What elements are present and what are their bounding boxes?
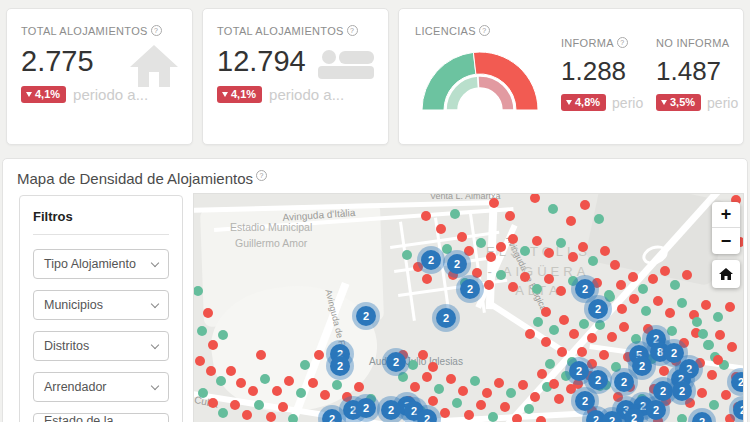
marker-cluster[interactable]: 2 bbox=[731, 372, 744, 392]
marker-red[interactable] bbox=[508, 234, 518, 244]
filter-dropdown[interactable]: Municipios bbox=[33, 290, 169, 320]
marker-red[interactable] bbox=[464, 410, 474, 420]
marker-red[interactable] bbox=[520, 272, 530, 282]
help-icon[interactable]: ? bbox=[256, 170, 267, 181]
marker-green[interactable] bbox=[677, 298, 687, 308]
marker-red[interactable] bbox=[715, 330, 725, 340]
marker-red[interactable] bbox=[701, 300, 711, 310]
marker-red[interactable] bbox=[458, 386, 468, 396]
marker-red[interactable] bbox=[464, 246, 474, 256]
marker-green[interactable] bbox=[470, 376, 480, 386]
marker-green[interactable] bbox=[709, 400, 719, 410]
marker-green[interactable] bbox=[288, 414, 298, 422]
marker-green[interactable] bbox=[532, 284, 542, 294]
marker-green[interactable] bbox=[402, 250, 412, 260]
marker-red[interactable] bbox=[721, 390, 731, 400]
marker-cluster[interactable]: 2 bbox=[421, 250, 441, 270]
marker-green[interactable] bbox=[533, 317, 543, 327]
marker-red[interactable] bbox=[484, 280, 494, 290]
marker-red[interactable] bbox=[568, 252, 578, 262]
marker-red[interactable] bbox=[418, 350, 428, 360]
zoom-in-button[interactable]: + bbox=[712, 202, 740, 228]
marker-red[interactable] bbox=[619, 322, 629, 332]
marker-red[interactable] bbox=[541, 337, 551, 347]
marker-red[interactable] bbox=[428, 362, 438, 372]
marker-red[interactable] bbox=[682, 270, 692, 280]
home-button[interactable] bbox=[712, 260, 740, 288]
marker-red[interactable] bbox=[230, 400, 240, 410]
marker-red[interactable] bbox=[660, 266, 670, 276]
marker-green[interactable] bbox=[556, 238, 566, 248]
marker-red[interactable] bbox=[436, 224, 446, 234]
marker-red[interactable] bbox=[208, 398, 218, 408]
marker-red[interactable] bbox=[482, 388, 492, 398]
marker-red[interactable] bbox=[554, 394, 564, 404]
marker-red[interactable] bbox=[272, 386, 282, 396]
marker-green[interactable] bbox=[450, 209, 460, 219]
density-map[interactable]: + − Venta L. AlmartxaAvinguda d'ItàliaAv… bbox=[193, 193, 744, 422]
marker-green[interactable] bbox=[218, 330, 228, 340]
marker-red[interactable] bbox=[489, 198, 499, 208]
marker-cluster[interactable]: 2 bbox=[330, 356, 350, 376]
marker-cluster[interactable]: 2 bbox=[569, 361, 589, 381]
marker-cluster[interactable]: 2 bbox=[575, 391, 595, 411]
marker-red[interactable] bbox=[314, 350, 324, 360]
marker-cluster[interactable]: 2 bbox=[664, 343, 684, 363]
marker-red[interactable] bbox=[440, 408, 450, 418]
marker-cluster[interactable]: 2 bbox=[632, 356, 652, 376]
marker-green[interactable] bbox=[638, 284, 648, 294]
zoom-out-button[interactable]: − bbox=[712, 228, 740, 254]
marker-red[interactable] bbox=[617, 304, 627, 314]
marker-red[interactable] bbox=[486, 252, 496, 262]
marker-cluster[interactable]: 2 bbox=[381, 400, 401, 420]
filter-dropdown[interactable]: Estado de la Licencia bbox=[33, 413, 169, 422]
marker-red[interactable] bbox=[530, 392, 540, 402]
marker-red[interactable] bbox=[569, 329, 579, 339]
marker-green[interactable] bbox=[442, 244, 452, 254]
marker-green[interactable] bbox=[704, 340, 714, 350]
marker-red[interactable] bbox=[629, 294, 639, 304]
marker-red[interactable] bbox=[410, 382, 420, 392]
marker-green[interactable] bbox=[713, 312, 723, 322]
marker-green[interactable] bbox=[579, 319, 589, 329]
marker-green[interactable] bbox=[667, 326, 677, 336]
marker-red[interactable] bbox=[248, 386, 258, 396]
marker-red[interactable] bbox=[580, 200, 590, 210]
filter-dropdown[interactable]: Tipo Alojamiento bbox=[33, 249, 169, 279]
marker-green[interactable] bbox=[670, 280, 680, 290]
marker-green[interactable] bbox=[193, 286, 203, 296]
marker-green[interactable] bbox=[488, 412, 498, 422]
marker-green[interactable] bbox=[496, 270, 506, 280]
marker-cluster[interactable]: 2 bbox=[356, 398, 376, 418]
marker-green[interactable] bbox=[677, 414, 687, 422]
marker-cluster[interactable]: 2 bbox=[672, 381, 692, 401]
marker-red[interactable] bbox=[518, 380, 528, 390]
marker-cluster[interactable]: 2 bbox=[447, 254, 467, 274]
marker-cluster[interactable]: 2 bbox=[692, 412, 712, 422]
marker-cluster[interactable]: 2 bbox=[624, 408, 644, 422]
marker-green[interactable] bbox=[216, 376, 226, 386]
marker-red[interactable] bbox=[525, 329, 535, 339]
marker-cluster[interactable]: 2 bbox=[322, 409, 342, 422]
filter-dropdown[interactable]: Arrendador bbox=[33, 372, 169, 402]
marker-red[interactable] bbox=[648, 274, 658, 284]
marker-red[interactable] bbox=[256, 350, 266, 360]
marker-green[interactable] bbox=[218, 408, 228, 418]
marker-green[interactable] bbox=[434, 384, 444, 394]
marker-green[interactable] bbox=[260, 374, 270, 384]
help-icon[interactable]: ? bbox=[617, 37, 628, 48]
marker-red[interactable] bbox=[544, 248, 554, 258]
filter-dropdown[interactable]: Distritos bbox=[33, 331, 169, 361]
marker-red[interactable] bbox=[457, 232, 467, 242]
marker-red[interactable] bbox=[446, 374, 456, 384]
marker-red[interactable] bbox=[530, 193, 540, 203]
marker-cluster[interactable]: 2 bbox=[588, 370, 608, 390]
marker-red[interactable] bbox=[208, 340, 218, 350]
help-icon[interactable]: ? bbox=[151, 25, 162, 36]
marker-green[interactable] bbox=[588, 256, 598, 266]
marker-green[interactable] bbox=[594, 214, 604, 224]
help-icon[interactable]: ? bbox=[479, 25, 490, 36]
marker-cluster[interactable]: 2 bbox=[653, 381, 673, 401]
marker-red[interactable] bbox=[512, 414, 522, 422]
marker-red[interactable] bbox=[697, 388, 707, 398]
